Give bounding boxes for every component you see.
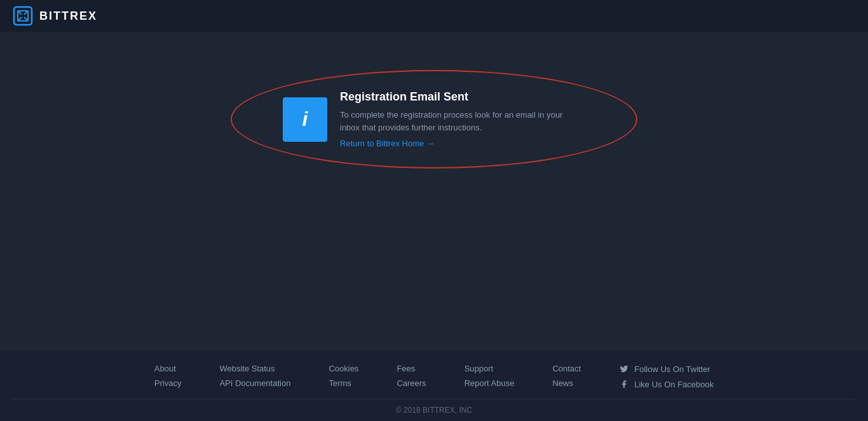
footer-link-fees[interactable]: Fees <box>397 364 426 373</box>
info-icon-box: i <box>283 97 327 142</box>
facebook-label: Like Us On Facebook <box>634 380 714 389</box>
footer-links: About Privacy Website Status API Documen… <box>0 364 868 389</box>
twitter-icon <box>619 364 629 374</box>
notification-content: Registration Email Sent To complete the … <box>340 90 569 148</box>
footer-link-cookies[interactable]: Cookies <box>329 364 358 373</box>
footer-column-5: Support Report Abuse <box>465 364 515 389</box>
footer-column-3: Cookies Terms <box>329 364 358 389</box>
footer-link-terms[interactable]: Terms <box>329 378 358 388</box>
footer-column-6: Contact News <box>552 364 581 389</box>
facebook-icon <box>619 379 629 389</box>
return-home-link[interactable]: Return to Bittrex Home → <box>340 139 569 148</box>
footer-link-careers[interactable]: Careers <box>397 378 426 388</box>
logo-container[interactable]: BITTREX <box>13 6 97 26</box>
twitter-label: Follow Us On Twitter <box>634 364 710 374</box>
footer-link-news[interactable]: News <box>552 378 581 388</box>
footer: About Privacy Website Status API Documen… <box>0 351 868 421</box>
footer-copyright: © 2018 BITTREX, INC <box>13 399 855 415</box>
navbar: BITTREX <box>0 0 868 32</box>
footer-column-2: Website Status API Documentation <box>219 364 290 389</box>
logo-text: BITTREX <box>39 10 97 23</box>
twitter-link[interactable]: Follow Us On Twitter <box>619 364 714 374</box>
footer-column-4: Fees Careers <box>397 364 426 389</box>
svg-rect-0 <box>14 7 32 25</box>
footer-link-about[interactable]: About <box>154 364 182 373</box>
main-content: i Registration Email Sent To complete th… <box>0 32 868 351</box>
footer-column-1: About Privacy <box>154 364 182 389</box>
footer-link-privacy[interactable]: Privacy <box>154 378 182 388</box>
notification-title: Registration Email Sent <box>340 90 569 104</box>
notification-oval: i Registration Email Sent To complete th… <box>231 70 637 169</box>
footer-link-api-docs[interactable]: API Documentation <box>219 378 290 388</box>
facebook-link[interactable]: Like Us On Facebook <box>619 379 714 389</box>
footer-link-contact[interactable]: Contact <box>552 364 581 373</box>
info-icon: i <box>302 107 308 131</box>
notification-body: To complete the registration process loo… <box>340 109 569 134</box>
footer-link-website-status[interactable]: Website Status <box>219 364 290 373</box>
bittrex-logo-icon <box>13 6 33 26</box>
footer-link-support[interactable]: Support <box>465 364 515 373</box>
footer-social: Follow Us On Twitter Like Us On Facebook <box>619 364 714 389</box>
footer-link-report-abuse[interactable]: Report Abuse <box>465 378 515 388</box>
